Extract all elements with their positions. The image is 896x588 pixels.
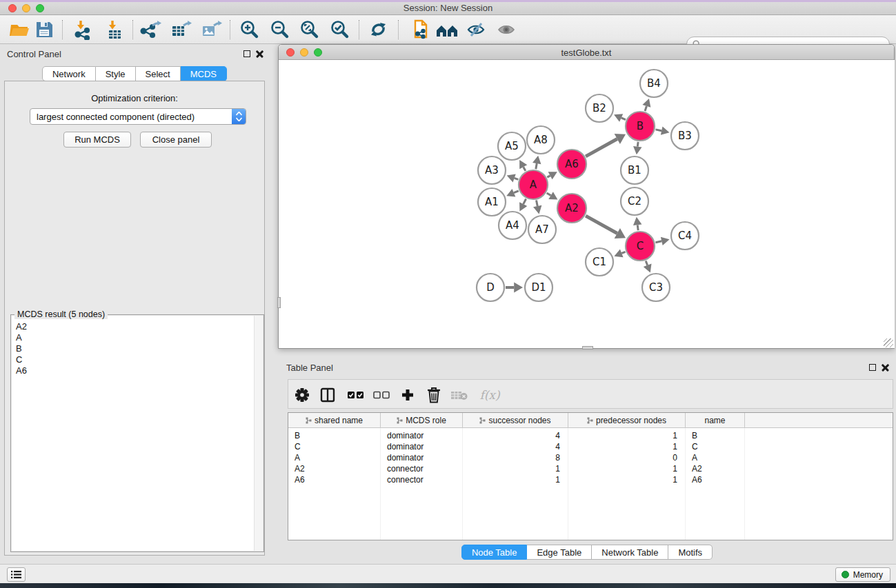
new-network-from-file-button[interactable] bbox=[406, 18, 433, 41]
tab-network-table[interactable]: Network Table bbox=[592, 545, 668, 560]
float-panel-icon[interactable] bbox=[869, 364, 876, 371]
attribute-icon bbox=[306, 417, 312, 424]
memory-button[interactable]: Memory bbox=[835, 567, 890, 582]
export-table-button[interactable] bbox=[167, 18, 195, 41]
open-folder-icon bbox=[8, 20, 30, 39]
cell-name: A2 bbox=[686, 463, 745, 474]
double-home-icon bbox=[435, 20, 459, 39]
home-view-button[interactable] bbox=[433, 18, 461, 41]
graph-node-label: D1 bbox=[531, 281, 546, 294]
toolbar-separator bbox=[359, 20, 359, 39]
graph-edge-C-C4 bbox=[655, 241, 661, 243]
export-network-button[interactable] bbox=[137, 18, 164, 41]
export-network-icon bbox=[139, 19, 162, 40]
mcds-result-list: A2ABCA6 bbox=[12, 316, 263, 551]
column-header-shared-name[interactable]: shared name bbox=[288, 413, 381, 428]
float-panel-icon[interactable] bbox=[243, 50, 250, 57]
scrollbar-track[interactable] bbox=[254, 316, 263, 551]
delete-table-button[interactable] bbox=[450, 385, 469, 405]
tab-node-table[interactable]: Node Table bbox=[461, 545, 528, 560]
graph-node-label: B bbox=[637, 120, 644, 132]
arrowhead-icon bbox=[633, 217, 642, 225]
mcds-result-item[interactable]: C bbox=[16, 354, 27, 365]
column-header-successor-nodes[interactable]: successor nodes bbox=[463, 413, 568, 428]
column-label: shared name bbox=[315, 416, 363, 425]
show-view-button[interactable] bbox=[492, 18, 520, 41]
tab-style[interactable]: Style bbox=[96, 66, 136, 81]
bottom-resize-handle[interactable] bbox=[582, 346, 593, 349]
open-session-button[interactable] bbox=[6, 18, 33, 41]
zoom-in-button[interactable] bbox=[235, 18, 263, 41]
table-row[interactable]: Cdominator41C bbox=[288, 441, 893, 452]
column-divider bbox=[462, 428, 463, 540]
select-all-button[interactable] bbox=[346, 385, 366, 405]
mcds-result-item[interactable]: A2 bbox=[16, 321, 27, 332]
run-mcds-button[interactable]: Run MCDS bbox=[63, 132, 131, 148]
table-row[interactable]: A2connector11A2 bbox=[288, 463, 893, 474]
deselect-all-button[interactable] bbox=[372, 385, 391, 405]
close-panel-icon[interactable] bbox=[882, 363, 889, 371]
mcds-result-item[interactable]: A6 bbox=[16, 365, 27, 376]
hide-annotations-button[interactable] bbox=[462, 18, 490, 41]
refresh-button[interactable] bbox=[364, 18, 392, 41]
resize-grip-icon[interactable] bbox=[884, 338, 893, 347]
table-row[interactable]: A6connector11A6 bbox=[288, 474, 893, 485]
import-network-button[interactable] bbox=[69, 18, 97, 41]
column-divider bbox=[568, 428, 568, 540]
tab-select[interactable]: Select bbox=[136, 66, 181, 81]
refresh-icon bbox=[368, 19, 388, 40]
app-titlebar: Session: New Session bbox=[0, 0, 896, 15]
delete-column-button[interactable] bbox=[424, 385, 444, 405]
save-session-button[interactable] bbox=[30, 18, 58, 41]
cell-successor-nodes: 8 bbox=[463, 452, 568, 463]
trash-icon bbox=[426, 387, 441, 403]
network-window-titlebar[interactable]: testGlobe.txt bbox=[279, 45, 894, 60]
function-builder-button[interactable]: f(x) bbox=[476, 385, 504, 405]
zoom-out-button[interactable] bbox=[266, 18, 293, 41]
cell-predecessor-nodes: 0 bbox=[568, 452, 686, 463]
tab-motifs[interactable]: Motifs bbox=[668, 545, 713, 560]
arrowhead-icon bbox=[661, 237, 670, 245]
cell-predecessor-nodes: 1 bbox=[568, 463, 686, 474]
tab-mcds[interactable]: MCDS bbox=[181, 66, 227, 81]
graph-edge-A-A2 bbox=[547, 193, 551, 196]
arrowhead-icon bbox=[633, 146, 642, 154]
cell-predecessor-nodes: 1 bbox=[568, 474, 686, 485]
column-header-mcds-role[interactable]: MCDS role bbox=[381, 413, 463, 428]
mcds-result-item[interactable]: B bbox=[16, 343, 27, 354]
cell-name: B bbox=[686, 430, 745, 441]
cell-shared-name: A6 bbox=[288, 474, 381, 485]
graph-edge-A-A8 bbox=[536, 163, 537, 169]
criterion-dropdown[interactable]: largest connected component (directed) bbox=[30, 108, 246, 125]
graph-node-label: C bbox=[637, 240, 644, 252]
checked-boxes-icon bbox=[348, 391, 364, 399]
desktop-background bbox=[0, 583, 896, 588]
add-column-button[interactable] bbox=[398, 385, 417, 405]
import-table-button[interactable] bbox=[101, 18, 128, 41]
close-panel-button[interactable]: Close panel bbox=[140, 132, 212, 148]
cell-mcds-role: connector bbox=[381, 463, 463, 474]
network-canvas[interactable]: B4B2BB3A5A8A6A3AB1A1C2A2A4A7CC4C1C3DD1 bbox=[279, 60, 895, 348]
tab-network[interactable]: Network bbox=[42, 66, 96, 81]
left-resize-handle[interactable] bbox=[277, 297, 281, 308]
show-task-history-button[interactable] bbox=[7, 567, 26, 582]
table-row[interactable]: Bdominator41B bbox=[288, 430, 893, 441]
column-header-name[interactable]: name bbox=[686, 413, 745, 428]
export-image-button[interactable] bbox=[197, 18, 225, 41]
cell-name: A6 bbox=[686, 474, 745, 485]
graph-edge-B-B4 bbox=[645, 106, 646, 111]
column-header-predecessor-nodes[interactable]: predecessor nodes bbox=[568, 413, 686, 428]
table-row[interactable]: Adominator80A bbox=[288, 452, 893, 463]
zoom-fit-button[interactable] bbox=[295, 18, 323, 41]
mcds-result-item[interactable]: A bbox=[16, 332, 27, 343]
node-table: shared nameMCDS rolesuccessor nodesprede… bbox=[288, 412, 893, 540]
table-settings-button[interactable] bbox=[292, 385, 312, 405]
dropdown-stepper bbox=[232, 109, 246, 124]
control-panel-tabs: NetworkStyleSelectMCDS bbox=[0, 66, 269, 81]
tab-edge-table[interactable]: Edge Table bbox=[527, 545, 592, 560]
zoom-selected-button[interactable] bbox=[326, 18, 353, 41]
memory-status-icon bbox=[842, 571, 849, 578]
cell-mcds-role: connector bbox=[381, 474, 463, 485]
close-panel-icon[interactable] bbox=[256, 50, 263, 57]
show-columns-button[interactable] bbox=[318, 385, 337, 405]
